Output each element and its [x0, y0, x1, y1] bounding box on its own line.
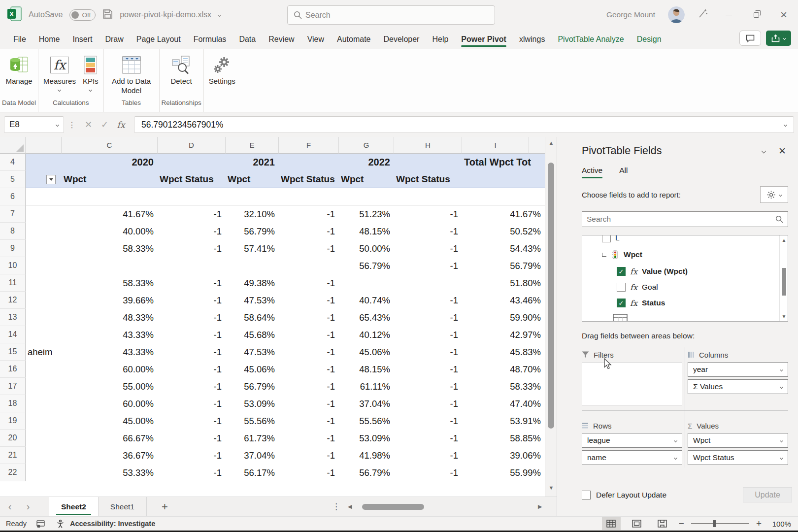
cell-b19[interactable] — [26, 412, 62, 430]
cell-c5[interactable]: Wpct — [62, 171, 158, 188]
cell-h7[interactable]: -1 — [394, 205, 462, 223]
cell-e21[interactable]: 37.04% — [226, 447, 279, 464]
field-item-clipped[interactable]: L — [602, 235, 779, 246]
cell-f8[interactable]: -1 — [279, 223, 339, 240]
field-chip-wpct[interactable]: Wpct — [688, 433, 788, 448]
cell-i19[interactable]: 53.91% — [462, 412, 545, 430]
cell-b4[interactable] — [26, 154, 62, 171]
ribbon-tab-developer[interactable]: Developer — [377, 31, 426, 48]
ribbon-tab-pivottable-analyze[interactable]: PivotTable Analyze — [551, 31, 630, 48]
column-header-f[interactable]: F — [279, 137, 339, 154]
formula-bar-handle[interactable]: ⋮ — [68, 120, 76, 130]
cell-h15[interactable]: -1 — [394, 343, 462, 361]
cell-g18[interactable]: 37.04% — [339, 395, 394, 412]
cell-d7[interactable]: -1 — [158, 205, 226, 223]
user-name[interactable]: George Mount — [606, 10, 655, 19]
cell-e11[interactable]: 49.38% — [226, 274, 279, 292]
row-header-17[interactable]: 17 — [0, 378, 26, 395]
cell-h11[interactable] — [394, 274, 462, 292]
cell-f22[interactable]: -1 — [279, 464, 339, 481]
cell-f4[interactable] — [279, 154, 339, 171]
cell-c16[interactable]: 60.00% — [62, 361, 158, 378]
cell-i8[interactable]: 50.52% — [462, 223, 545, 240]
cell-g22[interactable]: 56.79% — [339, 464, 394, 481]
select-all-corner[interactable] — [0, 137, 26, 154]
cell-i6[interactable] — [462, 188, 545, 205]
accessibility-icon[interactable] — [51, 520, 70, 528]
cell-h18[interactable]: -1 — [394, 395, 462, 412]
field-chip-league[interactable]: league — [582, 433, 682, 448]
cell-f10[interactable] — [279, 257, 339, 274]
cell-i10[interactable]: 56.79% — [462, 257, 545, 274]
cell-b7[interactable] — [26, 205, 62, 223]
field-list-scrollbar[interactable]: ▲ ▼ — [779, 235, 788, 321]
cell-h14[interactable]: -1 — [394, 326, 462, 343]
cell-g4[interactable]: 2022 — [339, 154, 394, 171]
cell-e8[interactable]: 56.79% — [226, 223, 279, 240]
cell-i17[interactable]: 58.33% — [462, 378, 545, 395]
cell-e4[interactable]: 2021 — [226, 154, 279, 171]
cell-i13[interactable]: 59.90% — [462, 309, 545, 326]
cell-b6[interactable] — [26, 188, 62, 205]
cell-b9[interactable] — [26, 240, 62, 257]
row-header-9[interactable]: 9 — [0, 240, 26, 257]
checkbox-icon[interactable]: ✓ — [617, 299, 626, 307]
cell-d9[interactable]: -1 — [158, 240, 226, 257]
sheet-prev-icon[interactable]: ‹ — [0, 501, 20, 512]
cell-b17[interactable] — [26, 378, 62, 395]
field-group-wpct[interactable]: Wpct — [602, 246, 779, 264]
ribbon-tab-review[interactable]: Review — [262, 31, 300, 48]
cell-b11[interactable] — [26, 274, 62, 292]
column-header-h[interactable]: H — [394, 137, 462, 154]
cell-f17[interactable]: -1 — [279, 378, 339, 395]
cell-b8[interactable] — [26, 223, 62, 240]
autosave-toggle[interactable]: Off — [69, 9, 96, 21]
cell-e22[interactable]: 56.17% — [226, 464, 279, 481]
field-item-status[interactable]: ✓fxStatus — [602, 295, 779, 311]
filters-dropzone[interactable] — [582, 362, 682, 405]
ribbon-tab-design[interactable]: Design — [631, 31, 668, 48]
cell-i16[interactable]: 48.70% — [462, 361, 545, 378]
kpis-button[interactable]: KPIs — [80, 54, 101, 92]
cell-d15[interactable]: -1 — [158, 343, 226, 361]
row-header-21[interactable]: 21 — [0, 447, 26, 464]
cell-e20[interactable]: 61.73% — [226, 430, 279, 447]
row-header-11[interactable]: 11 — [0, 274, 26, 292]
cell-f14[interactable]: -1 — [279, 326, 339, 343]
save-icon[interactable] — [102, 9, 113, 21]
scroll-right-icon[interactable]: ▶ — [538, 503, 542, 510]
row-header-12[interactable]: 12 — [0, 292, 26, 309]
pane-tab-active[interactable]: Active — [582, 166, 602, 178]
cell-f15[interactable]: -1 — [279, 343, 339, 361]
cell-h8[interactable]: -1 — [394, 223, 462, 240]
cell-f19[interactable]: -1 — [279, 412, 339, 430]
cell-g21[interactable]: 41.98% — [339, 447, 394, 464]
filter-dropdown-button[interactable] — [46, 175, 56, 184]
cell-c19[interactable]: 45.00% — [62, 412, 158, 430]
cell-e13[interactable]: 58.64% — [226, 309, 279, 326]
pane-collapse-chevron-icon[interactable] — [762, 149, 766, 154]
field-item-value-wpct-[interactable]: ✓fxValue (Wpct) — [602, 264, 779, 279]
cell-f18[interactable]: -1 — [279, 395, 339, 412]
normal-view-button[interactable] — [602, 517, 621, 530]
close-button[interactable]: × — [776, 5, 791, 25]
row-header-13[interactable]: 13 — [0, 309, 26, 326]
cell-f7[interactable]: -1 — [279, 205, 339, 223]
cell-d8[interactable]: -1 — [158, 223, 226, 240]
cell-f5[interactable]: Wpct Status — [279, 171, 339, 188]
ribbon-tab-help[interactable]: Help — [426, 31, 455, 48]
cell-g5[interactable]: Wpct — [339, 171, 394, 188]
cell-h13[interactable]: -1 — [394, 309, 462, 326]
cell-c15[interactable]: 43.33% — [62, 343, 158, 361]
horizontal-scrollbar-thumb[interactable] — [362, 504, 424, 510]
cell-e19[interactable]: 55.56% — [226, 412, 279, 430]
ribbon-tab-power-pivot[interactable]: Power Pivot — [455, 31, 513, 48]
cell-d19[interactable]: -1 — [158, 412, 226, 430]
cell-f11[interactable]: -1 — [279, 274, 339, 292]
cell-e18[interactable]: 53.09% — [226, 395, 279, 412]
cell-d18[interactable]: -1 — [158, 395, 226, 412]
cell-h12[interactable]: -1 — [394, 292, 462, 309]
row-header-14[interactable]: 14 — [0, 326, 26, 343]
cell-g13[interactable]: 65.43% — [339, 309, 394, 326]
cell-d6[interactable] — [158, 188, 226, 205]
